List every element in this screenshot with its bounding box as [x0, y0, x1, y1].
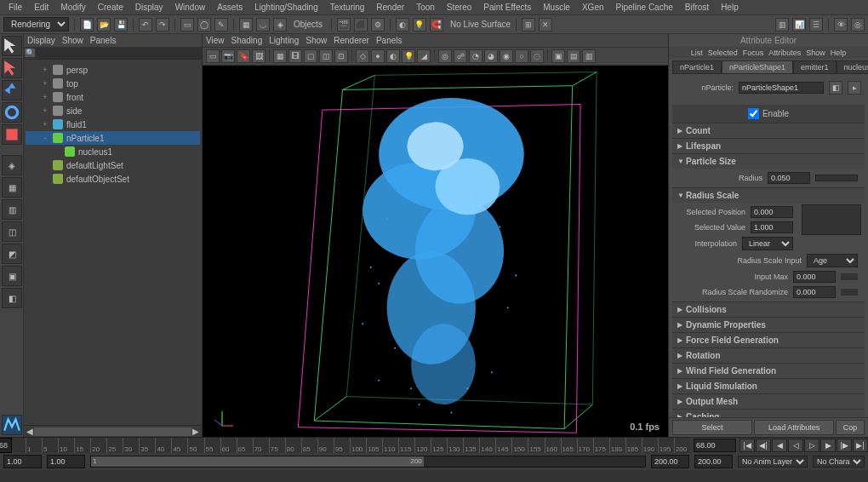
snap-curve-icon[interactable]: ◡ [256, 18, 270, 32]
rsr-input[interactable] [793, 286, 836, 298]
key-back-button[interactable]: ◀ [772, 439, 787, 452]
section-caching[interactable]: ▶Caching [672, 410, 865, 417]
key-fwd-button[interactable]: ▶ [820, 439, 836, 452]
shelf-misc2-icon[interactable]: ◩ [2, 244, 22, 264]
shelf-panel-icon[interactable]: ▥ [2, 199, 22, 220]
imax-slider[interactable] [841, 273, 858, 280]
vp-res-icon[interactable]: ◫ [319, 49, 333, 63]
select-button[interactable]: Select [672, 420, 752, 435]
paint-icon[interactable]: ✎ [214, 18, 228, 32]
vp-bookmark-icon[interactable]: 🔖 [237, 49, 250, 63]
vp-grid-icon[interactable]: ▦ [273, 49, 287, 63]
lasso-tool[interactable] [2, 58, 22, 78]
step-back-button[interactable]: ◀| [756, 439, 771, 452]
redo-icon[interactable]: ↷ [156, 18, 169, 32]
attr-menu-show[interactable]: Show [806, 49, 825, 57]
section-rotation[interactable]: ▶Rotation [672, 348, 865, 363]
outliner-item-nucleus1[interactable]: nucleus1 [26, 145, 200, 158]
vp-gate-icon[interactable]: ▢ [304, 49, 317, 63]
vp-isolate-icon[interactable]: ◎ [438, 49, 452, 63]
rsi-select[interactable]: Age [807, 254, 858, 267]
play-button[interactable]: ▷ [804, 439, 819, 452]
vp-textured-icon[interactable]: ◐ [386, 49, 400, 63]
outliner-item-side[interactable]: +side [26, 104, 200, 118]
range-min-input[interactable] [47, 455, 85, 468]
enable-checkbox[interactable] [748, 108, 759, 119]
vp-wire-icon[interactable]: ◇ [356, 49, 369, 63]
section-force-field-generation[interactable]: ▶Force Field Generation [672, 333, 865, 347]
attr-menu-focus[interactable]: Focus [743, 49, 764, 57]
interp-select[interactable]: Linear [742, 237, 793, 250]
load-attributes-button[interactable]: Load Attributes [754, 420, 834, 435]
outliner-menu-panels[interactable]: Panels [90, 36, 117, 45]
ipr-icon[interactable]: ⬛ [354, 18, 368, 32]
expand-icon[interactable]: + [41, 120, 49, 129]
magnet-icon[interactable]: 🧲 [430, 18, 443, 32]
attr-menu-attributes[interactable]: Attributes [768, 49, 801, 57]
radius-ramp[interactable] [802, 204, 861, 235]
render-settings-icon[interactable]: ⚙ [371, 18, 385, 32]
open-icon[interactable]: 📂 [97, 18, 111, 32]
play-back-button[interactable]: ◁ [788, 439, 803, 452]
light-icon[interactable]: 💡 [413, 18, 426, 32]
select-tool[interactable] [2, 36, 22, 56]
menu-assets[interactable]: Assets [212, 2, 248, 13]
viewport-menu-view[interactable]: View [206, 36, 225, 45]
rotate-tool[interactable] [2, 102, 22, 123]
vp-shadow-icon[interactable]: ◢ [417, 49, 431, 63]
expand-icon[interactable]: - [41, 134, 49, 142]
vp-shaded-icon[interactable]: ● [371, 49, 385, 63]
outliner-item-defaultlightset[interactable]: defaultLightSet [26, 158, 200, 172]
go-start-button[interactable]: |◀ [740, 439, 755, 452]
preset-icon[interactable]: ▸ [848, 81, 861, 95]
section-collisions[interactable]: ▶Collisions [672, 302, 865, 317]
undo-icon[interactable]: ↶ [139, 18, 152, 32]
isolate-icon[interactable]: ◎ [851, 18, 865, 32]
vp-safe-icon[interactable]: ⊡ [334, 49, 348, 63]
section-output-mesh[interactable]: ▶Output Mesh [672, 394, 865, 409]
expand-icon[interactable]: + [41, 106, 49, 115]
tab-nucleus1[interactable]: nucleus1 [837, 60, 868, 74]
range-max-input[interactable] [651, 455, 689, 468]
viewport-menu-shading[interactable]: Shading [231, 36, 263, 45]
vp-misc6-icon[interactable]: ▣ [551, 49, 565, 63]
radius-slider[interactable] [815, 175, 858, 181]
outliner-item-defaultobjectset[interactable]: defaultObjectSet [26, 172, 200, 186]
range-slider[interactable]: 1200 [90, 456, 646, 468]
menu-modify[interactable]: Modify [55, 2, 90, 13]
range-start-input[interactable] [3, 455, 42, 468]
outliner-icon[interactable]: ☰ [809, 18, 823, 32]
menu-lightingshading[interactable]: Lighting/Shading [249, 2, 323, 13]
construction-icon[interactable]: ⊞ [522, 18, 535, 32]
hypershade-icon[interactable]: ◐ [396, 18, 409, 32]
menu-pipelinecache[interactable]: Pipeline Cache [611, 2, 678, 13]
render-icon[interactable]: 🎬 [337, 18, 351, 32]
menu-help[interactable]: Help [716, 2, 744, 13]
menu-file[interactable]: File [3, 2, 27, 13]
hide-icon[interactable]: 👁 [834, 18, 848, 32]
vp-misc7-icon[interactable]: ▤ [567, 49, 580, 63]
workspace-select[interactable]: Rendering [3, 17, 69, 32]
snap-point-icon[interactable]: ◈ [273, 18, 287, 32]
shelf-misc3-icon[interactable]: ▣ [2, 266, 22, 286]
menu-edit[interactable]: Edit [29, 2, 54, 13]
imax-input[interactable] [793, 271, 836, 283]
time-ruler[interactable]: 68 1510152025303540455055606570758085909… [0, 438, 690, 453]
vp-select-icon[interactable]: ▭ [206, 49, 220, 63]
viewport-3d[interactable]: 0.1 fps [203, 66, 668, 437]
layout-icon[interactable]: ▥ [775, 18, 789, 32]
section-dynamic-properties[interactable]: ▶Dynamic Properties [672, 318, 865, 332]
vp-film-icon[interactable]: 🎞 [288, 49, 302, 63]
vp-xray-icon[interactable]: ☍ [454, 49, 467, 63]
rsr-slider[interactable] [841, 289, 858, 296]
new-icon[interactable]: 📄 [80, 18, 94, 32]
shelf-grid-icon[interactable]: ▦ [2, 177, 22, 198]
focus-icon[interactable]: ◧ [829, 81, 842, 95]
section-wind-field-generation[interactable]: ▶Wind Field Generation [672, 364, 865, 378]
attr-menu-selected[interactable]: Selected [708, 49, 738, 57]
go-end-button[interactable]: ▶| [853, 439, 868, 452]
copy-tab-button[interactable]: Cop [836, 420, 865, 435]
vp-misc4-icon[interactable]: ○ [515, 49, 528, 63]
tab-nparticle1[interactable]: nParticle1 [672, 60, 722, 74]
section-count[interactable]: ▶Count [672, 123, 865, 138]
